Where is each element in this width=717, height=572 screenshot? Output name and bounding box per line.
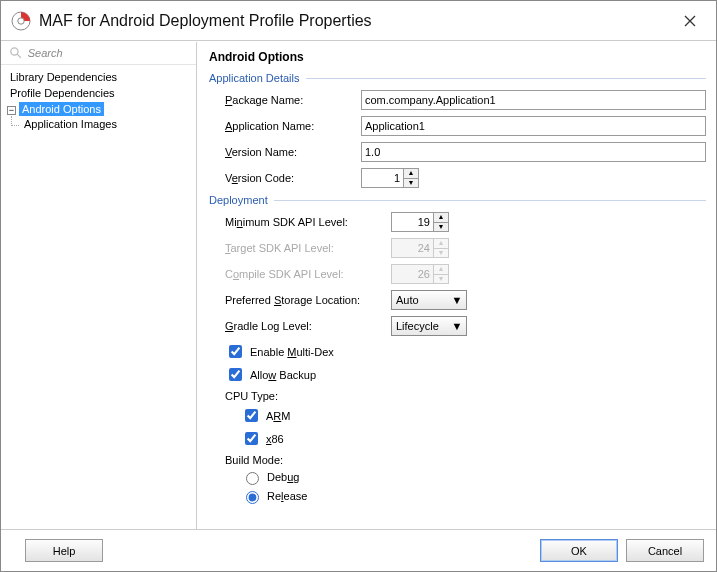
storage-label: Preferred Storage Location: bbox=[225, 294, 385, 306]
chevron-down-icon: ▼ bbox=[450, 319, 464, 333]
cpu-arm-row[interactable]: ARM bbox=[241, 406, 706, 425]
spinner-up-icon: ▲ bbox=[433, 238, 449, 248]
nav-tree: Library Dependencies Profile Dependencie… bbox=[1, 65, 196, 529]
compile-sdk-spinner: ▲▼ bbox=[391, 264, 706, 284]
spinner-down-icon: ▼ bbox=[433, 274, 449, 284]
release-label: Release bbox=[267, 490, 307, 502]
storage-value: Auto bbox=[396, 294, 450, 306]
gradle-value: Lifecycle bbox=[396, 320, 450, 332]
storage-dropdown[interactable]: Auto ▼ bbox=[391, 290, 467, 310]
allow-backup-label: Allow Backup bbox=[250, 369, 316, 381]
search-input[interactable] bbox=[26, 46, 190, 60]
tree-item-profile-deps[interactable]: Profile Dependencies bbox=[7, 86, 118, 100]
dialog-footer: Help OK Cancel bbox=[1, 529, 716, 571]
build-mode-label: Build Mode: bbox=[225, 454, 706, 466]
cancel-button[interactable]: Cancel bbox=[626, 539, 704, 562]
close-icon bbox=[683, 14, 697, 28]
spinner-down-icon[interactable]: ▼ bbox=[433, 222, 449, 232]
compile-sdk-input bbox=[391, 264, 433, 284]
svg-line-3 bbox=[17, 54, 21, 58]
application-name-input[interactable] bbox=[361, 116, 706, 136]
cpu-x86-row[interactable]: x86 bbox=[241, 429, 706, 448]
multidex-label: Enable Multi-Dex bbox=[250, 346, 334, 358]
version-code-label: Version Code: bbox=[225, 172, 355, 184]
svg-point-1 bbox=[18, 17, 24, 23]
target-sdk-label: Target SDK API Level: bbox=[225, 242, 385, 254]
app-icon bbox=[11, 11, 31, 31]
allow-backup-checkbox[interactable] bbox=[229, 368, 242, 381]
application-name-label: Application Name: bbox=[225, 120, 355, 132]
gradle-label: Gradle Log Level: bbox=[225, 320, 385, 332]
spinner-down-icon: ▼ bbox=[433, 248, 449, 258]
search-icon bbox=[9, 46, 22, 60]
build-mode-release-radio[interactable] bbox=[246, 491, 259, 504]
spinner-up-icon[interactable]: ▲ bbox=[433, 212, 449, 222]
help-button[interactable]: Help bbox=[25, 539, 103, 562]
cpu-type-label: CPU Type: bbox=[225, 390, 706, 402]
section-application-details: Application Details bbox=[209, 72, 706, 84]
tree-item-android-options[interactable]: Android Options bbox=[19, 102, 104, 116]
tree-item-application-images[interactable]: Application Images bbox=[21, 117, 120, 131]
spinner-up-icon: ▲ bbox=[433, 264, 449, 274]
debug-label: Debug bbox=[267, 471, 299, 483]
cpu-x86-checkbox[interactable] bbox=[245, 432, 258, 445]
section-deployment: Deployment bbox=[209, 194, 706, 206]
tree-expander-icon[interactable]: − bbox=[7, 106, 16, 115]
package-name-input[interactable] bbox=[361, 90, 706, 110]
cpu-x86-label: x86 bbox=[266, 433, 284, 445]
section-label: Application Details bbox=[209, 72, 306, 84]
cpu-arm-label: ARM bbox=[266, 410, 290, 422]
panel-title: Android Options bbox=[209, 50, 706, 64]
build-mode-debug-row[interactable]: Debug bbox=[241, 469, 706, 485]
search-field[interactable] bbox=[1, 42, 196, 65]
titlebar: MAF for Android Deployment Profile Prope… bbox=[1, 1, 716, 41]
target-sdk-spinner: ▲▼ bbox=[391, 238, 706, 258]
chevron-down-icon: ▼ bbox=[450, 293, 464, 307]
spinner-down-icon[interactable]: ▼ bbox=[403, 178, 419, 188]
build-mode-release-row[interactable]: Release bbox=[241, 488, 706, 504]
min-sdk-input[interactable] bbox=[391, 212, 433, 232]
section-label: Deployment bbox=[209, 194, 274, 206]
ok-button[interactable]: OK bbox=[540, 539, 618, 562]
min-sdk-spinner[interactable]: ▲▼ bbox=[391, 212, 706, 232]
version-name-input[interactable] bbox=[361, 142, 706, 162]
right-pane: Android Options Application Details Pack… bbox=[197, 42, 716, 529]
spinner-up-icon[interactable]: ▲ bbox=[403, 168, 419, 178]
target-sdk-input bbox=[391, 238, 433, 258]
compile-sdk-label: Compile SDK API Level: bbox=[225, 268, 385, 280]
svg-point-2 bbox=[11, 48, 18, 55]
cpu-arm-checkbox[interactable] bbox=[245, 409, 258, 422]
build-mode-debug-radio[interactable] bbox=[246, 472, 259, 485]
package-name-label: Package Name: bbox=[225, 94, 355, 106]
allow-backup-checkbox-row[interactable]: Allow Backup bbox=[225, 365, 706, 384]
multidex-checkbox[interactable] bbox=[229, 345, 242, 358]
min-sdk-label: Minimum SDK API Level: bbox=[225, 216, 385, 228]
version-code-spinner[interactable]: ▲▼ bbox=[361, 168, 706, 188]
version-code-input[interactable] bbox=[361, 168, 403, 188]
gradle-dropdown[interactable]: Lifecycle ▼ bbox=[391, 316, 467, 336]
multidex-checkbox-row[interactable]: Enable Multi-Dex bbox=[225, 342, 706, 361]
left-pane: Library Dependencies Profile Dependencie… bbox=[1, 42, 197, 529]
window-title: MAF for Android Deployment Profile Prope… bbox=[39, 12, 672, 30]
version-name-label: Version Name: bbox=[225, 146, 355, 158]
window-close-button[interactable] bbox=[672, 7, 708, 35]
tree-item-library-deps[interactable]: Library Dependencies bbox=[7, 70, 120, 84]
